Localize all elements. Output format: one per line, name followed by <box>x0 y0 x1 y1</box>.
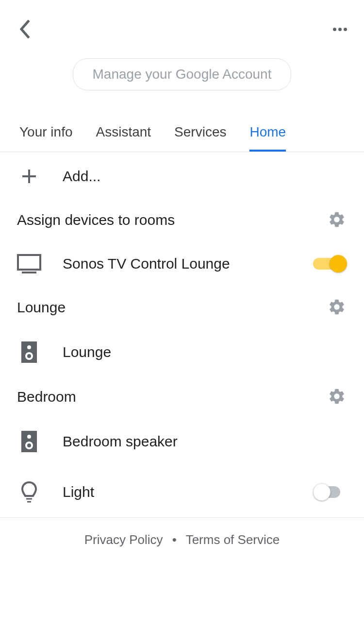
svg-point-5 <box>27 354 31 358</box>
device-toggle[interactable] <box>313 255 347 272</box>
manage-account-button[interactable]: Manage your Google Account <box>73 58 292 90</box>
back-button[interactable] <box>15 19 34 39</box>
svg-point-3 <box>27 345 31 349</box>
gear-icon <box>328 387 346 406</box>
device-row-sonos-tv[interactable]: Sonos TV Control Lounge <box>0 239 364 288</box>
svg-point-9 <box>27 443 31 447</box>
gear-icon <box>328 298 346 316</box>
section-header-assign: Assign devices to rooms <box>0 201 364 239</box>
gear-icon <box>328 210 346 229</box>
add-row[interactable]: Add... <box>0 152 364 201</box>
device-row-bedroom-speaker[interactable]: Bedroom speaker <box>0 416 364 467</box>
tab-bar: Your info Assistant Services Home <box>0 115 364 152</box>
device-row-lounge[interactable]: Lounge <box>0 327 364 377</box>
section-title: Assign devices to rooms <box>17 212 175 228</box>
device-label: Light <box>63 484 313 500</box>
section-header-bedroom: Bedroom <box>0 377 364 416</box>
device-label: Lounge <box>63 344 347 360</box>
device-row-light[interactable]: Light <box>0 467 364 517</box>
section-title: Bedroom <box>17 389 76 405</box>
separator-dot: • <box>172 532 177 547</box>
privacy-link[interactable]: Privacy Policy <box>84 532 163 547</box>
speaker-icon <box>21 341 37 363</box>
more-dots-icon <box>333 28 336 31</box>
add-label: Add... <box>63 168 347 185</box>
device-toggle[interactable] <box>313 483 347 501</box>
device-label: Sonos TV Control Lounge <box>63 255 313 272</box>
light-icon <box>20 481 38 503</box>
terms-link[interactable]: Terms of Service <box>186 532 280 547</box>
device-label: Bedroom speaker <box>63 433 347 450</box>
tab-services[interactable]: Services <box>174 115 226 152</box>
tab-assistant[interactable]: Assistant <box>96 115 151 152</box>
svg-rect-0 <box>18 255 40 270</box>
section-title: Lounge <box>17 299 66 316</box>
plus-icon <box>20 168 38 185</box>
more-options-button[interactable] <box>330 19 349 39</box>
section-settings-button[interactable] <box>328 387 347 407</box>
tv-icon <box>17 254 41 273</box>
chevron-left-icon <box>18 19 30 39</box>
section-header-lounge: Lounge <box>0 288 364 327</box>
footer: Privacy Policy • Terms of Service <box>0 517 364 562</box>
tab-home[interactable]: Home <box>249 115 286 152</box>
section-settings-button[interactable] <box>328 298 347 317</box>
section-settings-button[interactable] <box>328 210 347 230</box>
tab-your-info[interactable]: Your info <box>19 115 73 152</box>
svg-point-7 <box>27 435 31 439</box>
speaker-icon <box>21 431 37 452</box>
manage-account-label: Manage your Google Account <box>93 67 272 82</box>
